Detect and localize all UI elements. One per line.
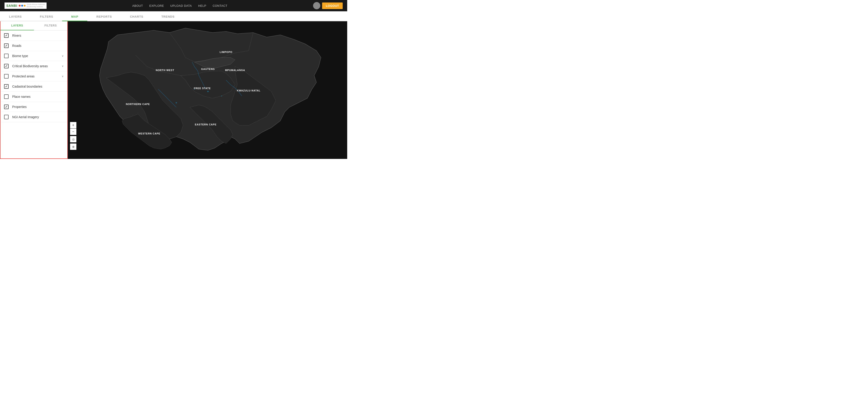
- label-limpopo: LIMPOPO: [220, 51, 232, 53]
- map-area: LIMPOPO NORTH WEST GAUTENG MPUMALANGA FR…: [68, 21, 347, 159]
- tab-charts[interactable]: CHARTS: [121, 15, 152, 21]
- checkbox-rivers[interactable]: ✓: [4, 33, 8, 38]
- tab-reports[interactable]: REPORTS: [87, 15, 121, 21]
- layer-place-names[interactable]: Place names: [0, 92, 67, 102]
- chevron-critical-biodiversity-icon: ∨: [62, 64, 64, 68]
- logo-dots: [19, 5, 26, 6]
- sidebar: LAYERS FILTERS ✓ Rivers ✓ Roads Biome ty…: [0, 21, 68, 159]
- zoom-in-button[interactable]: +: [70, 122, 76, 128]
- tab-bar: LAYERS FILTERS MAP REPORTS CHARTS TRENDS: [0, 11, 347, 21]
- layer-label-place-names: Place names: [12, 95, 64, 98]
- nav-about[interactable]: ABOUT: [132, 4, 143, 7]
- checkmark-critical-biodiversity: ✓: [5, 64, 8, 68]
- logo-area: SANBI South African NationalBiodiversity…: [4, 2, 46, 8]
- header: SANBI South African NationalBiodiversity…: [0, 0, 347, 11]
- logo-text: SANBI: [6, 4, 18, 7]
- checkmark-properties: ✓: [5, 105, 8, 108]
- layer-label-properties: Properties: [12, 105, 64, 109]
- label-mpumalanga: MPUMALANGA: [225, 69, 245, 72]
- layer-protected-areas[interactable]: Protected areas ∨: [0, 71, 67, 82]
- checkbox-critical-biodiversity[interactable]: ✓: [4, 64, 8, 68]
- zoom-out-button[interactable]: −: [70, 129, 76, 135]
- checkbox-protected-areas[interactable]: [4, 74, 8, 79]
- dot-blue: [21, 5, 23, 6]
- logo-box: SANBI South African NationalBiodiversity…: [4, 2, 46, 8]
- layer-cadastral[interactable]: ✓ Cadastral boundaries: [0, 82, 67, 92]
- layer-rivers[interactable]: ✓ Rivers: [0, 31, 67, 41]
- layer-label-rivers: Rivers: [12, 34, 64, 37]
- checkbox-biome[interactable]: [4, 54, 8, 58]
- dot-orange: [24, 5, 26, 6]
- layer-label-roads: Roads: [12, 44, 64, 48]
- svg-point-1: [207, 91, 209, 92]
- dot-red: [19, 5, 21, 6]
- globe-button[interactable]: ⊕: [70, 143, 76, 150]
- checkbox-roads[interactable]: ✓: [4, 44, 8, 48]
- layer-label-cadastral: Cadastral boundaries: [12, 85, 64, 88]
- sidebar-tab-filters[interactable]: FILTERS: [34, 21, 67, 30]
- tab-map[interactable]: MAP: [62, 15, 87, 21]
- user-avatar: [313, 2, 320, 9]
- svg-point-2: [221, 95, 222, 96]
- label-western-cape: WESTERN CAPE: [138, 132, 160, 135]
- user-area: LOGOUT: [313, 2, 343, 9]
- sidebar-tab-layers[interactable]: LAYERS: [0, 21, 34, 30]
- layer-label-protected-areas: Protected areas: [12, 75, 62, 78]
- checkmark-cadastral: ✓: [5, 85, 8, 88]
- sidebar-tabs: LAYERS FILTERS: [0, 21, 67, 31]
- layer-biome[interactable]: Biome type ∨: [0, 51, 67, 61]
- layer-properties[interactable]: ✓ Properties: [0, 102, 67, 112]
- nav-links: ABOUT EXPLORE UPLOAD DATA HELP CONTACT: [132, 4, 227, 7]
- checkmark-rivers: ✓: [5, 34, 8, 37]
- nav-contact[interactable]: CONTACT: [213, 4, 227, 7]
- chevron-biome-icon: ∨: [62, 54, 64, 57]
- checkbox-cadastral[interactable]: ✓: [4, 84, 8, 89]
- nav-upload[interactable]: UPLOAD DATA: [170, 4, 192, 7]
- label-free-state: FREE STATE: [194, 87, 211, 90]
- label-gauteng: GAUTENG: [201, 68, 215, 70]
- nav-help[interactable]: HELP: [198, 4, 206, 7]
- tab-trends[interactable]: TRENDS: [152, 15, 184, 21]
- layer-label-biome: Biome type: [12, 54, 62, 58]
- layer-label-critical-biodiversity: Critical Biodiversity areas: [12, 64, 62, 68]
- svg-point-4: [176, 102, 177, 104]
- chevron-protected-areas-icon: ∨: [62, 75, 64, 78]
- checkbox-properties[interactable]: ✓: [4, 105, 8, 109]
- layer-label-ngi-aerial: NGI Aerial Imagery: [12, 115, 64, 119]
- layer-roads[interactable]: ✓ Roads: [0, 41, 67, 51]
- layer-critical-biodiversity[interactable]: ✓ Critical Biodiversity areas ∨: [0, 61, 67, 71]
- layer-ngi-aerial[interactable]: NGI Aerial Imagery: [0, 112, 67, 122]
- label-northern-cape: NORTHERN CAPE: [126, 103, 150, 106]
- checkbox-place-names[interactable]: [4, 94, 8, 99]
- nav-explore[interactable]: EXPLORE: [149, 4, 164, 7]
- checkmark-roads: ✓: [5, 44, 8, 47]
- logo-subtitle: South African NationalBiodiversity Insti…: [27, 3, 45, 8]
- checkbox-ngi-aerial[interactable]: [4, 115, 8, 119]
- main: LAYERS FILTERS ✓ Rivers ✓ Roads Biome ty…: [0, 21, 347, 159]
- label-kwazulu-natal: KWAZULU-NATAL: [237, 89, 260, 92]
- compass-button[interactable]: ◎: [70, 136, 76, 142]
- zoom-controls: + − ◎ ⊕: [70, 122, 76, 150]
- label-north-west: NORTH WEST: [156, 69, 174, 72]
- label-eastern-cape: EASTERN CAPE: [195, 123, 217, 126]
- tab-layers[interactable]: LAYERS: [0, 15, 31, 21]
- logout-button[interactable]: LOGOUT: [322, 2, 343, 9]
- map-svg: LIMPOPO NORTH WEST GAUTENG MPUMALANGA FR…: [68, 21, 347, 159]
- tab-filters[interactable]: FILTERS: [31, 15, 62, 21]
